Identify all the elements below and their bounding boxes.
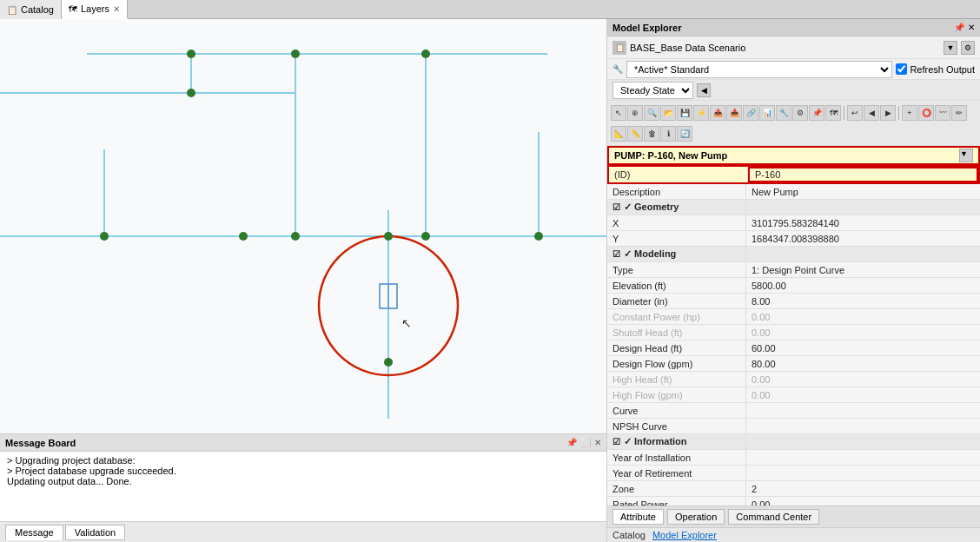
steady-state-select[interactable]: Steady State [612, 82, 693, 99]
message-board-panel: Message Board 📌 ⬜ ✕ > Upgrading project … [0, 433, 606, 542]
steady-state-back-btn[interactable]: ◀ [697, 83, 711, 97]
close-panel-icon[interactable]: ✕ [968, 23, 975, 32]
tb-delete[interactable]: 🗑 [644, 126, 659, 142]
prop-key-info: ☑✓ Information [607, 434, 746, 449]
prop-key-y: Y [607, 231, 746, 246]
tb-export[interactable]: 📤 [710, 105, 725, 121]
pin-panel-icon[interactable]: 📌 [954, 23, 964, 32]
prop-key-yearret: Year of Retirement [607, 466, 746, 480]
tab-validation[interactable]: Validation [65, 525, 126, 540]
pump-dropdown-btn[interactable]: ▼ [959, 149, 973, 162]
tb-map[interactable]: 🗺 [825, 105, 841, 121]
pin-icon[interactable]: 📌 [566, 438, 577, 447]
tab-catalog[interactable]: 📋 Catalog [0, 0, 62, 19]
prop-val-designflow[interactable]: 80.00 [746, 356, 980, 371]
tb-open[interactable]: 📂 [660, 105, 676, 121]
tb-chart[interactable]: 📊 [759, 105, 775, 121]
tb-measure[interactable]: 📐 [611, 126, 626, 142]
svg-point-26 [239, 232, 248, 241]
tab-operation[interactable]: Operation [667, 509, 725, 525]
prop-key-zone: Zone [607, 481, 746, 496]
prop-val-yearret[interactable] [746, 466, 980, 480]
prop-val-npsh[interactable] [746, 419, 980, 433]
tb-node[interactable]: ⭕ [918, 105, 934, 121]
tab-message[interactable]: Message [5, 525, 63, 540]
tb-run[interactable]: ⚡ [693, 105, 709, 121]
tb-save[interactable]: 💾 [677, 105, 692, 121]
tab-command-center[interactable]: Command Center [728, 509, 819, 525]
prop-val-highhead[interactable]: 0.00 [746, 372, 980, 387]
svg-point-27 [291, 232, 300, 241]
prop-val-y[interactable]: 1684347.008398880 [746, 231, 980, 246]
tb-settings[interactable]: ⚙ [792, 105, 808, 121]
tb-pin[interactable]: 📌 [809, 105, 824, 121]
tab-layers[interactable]: 🗺 Layers ✕ [62, 0, 128, 19]
properties-scroll[interactable]: (ID) P-160 Description New Pump ☑✓ Geome… [607, 165, 980, 506]
map-canvas[interactable]: ↖ [0, 19, 606, 445]
prop-key-diam: Diameter (in) [607, 294, 746, 308]
tb-link[interactable]: 🔗 [743, 105, 758, 121]
prop-val-constpwr[interactable]: 0.00 [746, 309, 980, 324]
prop-val-highflow[interactable]: 0.00 [746, 387, 980, 402]
prop-row-npsh: NPSH Curve [607, 419, 980, 434]
tb-pipe[interactable]: 〰 [935, 105, 950, 121]
message-board-content: > Upgrading project database: > Project … [0, 452, 606, 521]
tb-back[interactable]: ◀ [864, 105, 879, 121]
prop-val-designhead[interactable]: 60.00 [746, 340, 980, 355]
svg-point-31 [384, 358, 393, 367]
active-standard-row: 🔧 *Active* Standard Refresh Output [607, 59, 980, 80]
tb-sep-1 [844, 106, 844, 120]
prop-val-shutoff[interactable]: 0.00 [746, 325, 980, 340]
tb-undo[interactable]: ↩ [847, 105, 863, 121]
prop-val-id[interactable]: P-160 [748, 167, 978, 182]
prop-val-desc[interactable]: New Pump [746, 184, 980, 199]
tb-info[interactable]: ℹ [660, 126, 676, 142]
tab-layers-icon: 🗺 [69, 4, 77, 14]
prop-key-highhead: High Head (ft) [607, 372, 746, 387]
prop-row-modeling: ☑✓ Modeling [607, 247, 980, 262]
prop-val-zone[interactable]: 2 [746, 481, 980, 496]
tab-layers-close[interactable]: ✕ [113, 4, 120, 14]
float-icon[interactable]: ⬜ [580, 438, 591, 447]
active-standard-select[interactable]: *Active* Standard [626, 61, 892, 78]
prop-val-x[interactable]: 3101795.583284140 [746, 215, 980, 230]
panel-nav-catalog[interactable]: Catalog [612, 530, 646, 540]
prop-val-ratedpwr[interactable]: 0.00 [746, 497, 980, 506]
steady-state-row: Steady State ◀ [607, 80, 980, 101]
close-icon[interactable]: ✕ [594, 438, 601, 447]
tb-ruler[interactable]: 📏 [627, 126, 643, 142]
message-line-3: Updating output data... Done. [7, 476, 599, 486]
refresh-checkbox[interactable] [896, 63, 907, 75]
map-area[interactable]: ↖ 1:2,799 ▼ ⊞ ⊟ + ▶ 105.1380247°W 39.711… [0, 19, 606, 542]
tb-add[interactable]: + [902, 105, 917, 121]
scenario-dropdown-btn[interactable]: ▼ [944, 41, 957, 55]
prop-val-type[interactable]: 1: Design Point Curve [746, 262, 980, 277]
prop-val-yearinst[interactable] [746, 450, 980, 465]
prop-key-id: (ID) [609, 167, 748, 182]
prop-row-elev: Elevation (ft) 5800.00 [607, 278, 980, 294]
prop-key-modeling: ☑✓ Modeling [607, 247, 746, 261]
tb-search[interactable]: 🔍 [644, 105, 659, 121]
tb-zoom[interactable]: ⊕ [627, 105, 643, 121]
prop-val-curve[interactable] [746, 403, 980, 418]
tb-edit[interactable]: ✏ [951, 105, 967, 121]
panel-title: Model Explorer [612, 23, 681, 33]
tb-tool[interactable]: 🔧 [776, 105, 791, 121]
tab-attribute[interactable]: Attribute [612, 509, 664, 525]
pump-header: PUMP: P-160, New Pump ▼ [607, 146, 980, 165]
right-panel: Model Explorer 📌 ✕ 📋 BASE_Base Data Scen… [606, 19, 980, 542]
scenario-settings-btn[interactable]: ⚙ [961, 41, 975, 55]
prop-key-type: Type [607, 262, 746, 277]
tab-layers-label: Layers [81, 3, 109, 14]
prop-row-yearret: Year of Retirement [607, 466, 980, 481]
tb-fwd[interactable]: ▶ [880, 105, 896, 121]
tb-import[interactable]: 📥 [726, 105, 742, 121]
refresh-check: Refresh Output [896, 63, 975, 75]
prop-val-diam[interactable]: 8.00 [746, 294, 980, 308]
panel-nav-model-explorer[interactable]: Model Explorer [652, 530, 717, 540]
tb-select[interactable]: ↖ [611, 105, 626, 121]
prop-row-yearinst: Year of Installation [607, 450, 980, 466]
tb-refresh[interactable]: 🔄 [677, 126, 692, 142]
svg-rect-0 [0, 19, 606, 445]
prop-val-elev[interactable]: 5800.00 [746, 278, 980, 293]
